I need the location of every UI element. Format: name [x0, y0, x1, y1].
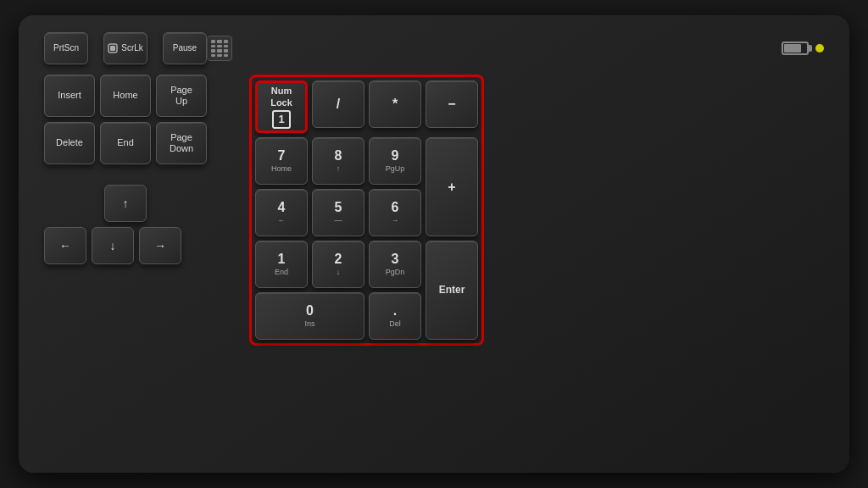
- numpad-main-grid: 7 Home 8 ↑ 9 PgUp +: [255, 137, 478, 340]
- pause-key[interactable]: Pause: [163, 32, 207, 64]
- numpad-divide-key[interactable]: /: [312, 80, 364, 128]
- numpad-4-key[interactable]: 4 ←: [255, 189, 308, 236]
- pageup-key[interactable]: PageUp: [156, 75, 207, 117]
- nav-row-1: Insert Home PageUp: [44, 75, 207, 117]
- prtscn-key[interactable]: PrtScn: [44, 32, 88, 64]
- arrow-right-key[interactable]: →: [139, 227, 181, 264]
- top-left-keys: PrtScn ScrLk Pause: [44, 32, 207, 64]
- keyboard: PrtScn ScrLk Pause: [19, 15, 849, 473]
- indicator-dot: [815, 44, 824, 53]
- arrow-section: ↑ ← ↓ →: [44, 180, 207, 264]
- numpad-3-key[interactable]: 3 PgDn: [369, 241, 421, 288]
- scrlk-icon: [108, 43, 118, 53]
- calc-icon[interactable]: [207, 36, 232, 61]
- calc-button-area: [207, 36, 232, 61]
- numpad-red-outline: NumLock 1 / * −: [249, 75, 484, 346]
- numpad-0-key[interactable]: 0 Ins: [255, 292, 364, 340]
- numpad-multiply-key[interactable]: *: [369, 80, 421, 128]
- numpad-7-key[interactable]: 7 Home: [255, 137, 308, 185]
- top-right-icons: [782, 42, 824, 55]
- scrlk-key[interactable]: ScrLk: [103, 32, 147, 64]
- arrow-up-key[interactable]: ↑: [104, 185, 147, 222]
- nav-row-2: Delete End PageDown: [44, 122, 207, 164]
- main-area: Insert Home PageUp Delete End: [44, 75, 824, 346]
- numpad-section: NumLock 1 / * −: [249, 75, 484, 346]
- numpad-6-key[interactable]: 6 →: [369, 189, 421, 236]
- nav-cluster: Insert Home PageUp Delete End: [44, 75, 207, 164]
- numpad-2-key[interactable]: 2 ↓: [312, 241, 364, 288]
- arrow-left-key[interactable]: ←: [44, 227, 86, 264]
- numpad-wrapper: NumLock 1 / * −: [255, 80, 478, 340]
- arrow-row-up: ↑: [44, 185, 207, 222]
- left-section: Insert Home PageUp Delete End: [44, 75, 207, 346]
- end-key[interactable]: End: [100, 122, 151, 164]
- numpad-5-key[interactable]: 5 —: [312, 189, 364, 236]
- numlock-icon: 1: [272, 110, 291, 129]
- svg-rect-1: [110, 46, 115, 51]
- numpad-8-key[interactable]: 8 ↑: [312, 137, 364, 185]
- numpad-9-key[interactable]: 9 PgUp: [369, 137, 421, 185]
- numpad-enter-key[interactable]: Enter: [426, 241, 478, 340]
- delete-key[interactable]: Delete: [44, 122, 95, 164]
- top-row: PrtScn ScrLk Pause: [44, 32, 824, 64]
- numpad-top-row: NumLock 1 / * −: [255, 80, 478, 133]
- numlock-key[interactable]: NumLock 1: [255, 80, 308, 133]
- pagedown-key[interactable]: PageDown: [156, 122, 207, 164]
- battery-fill: [784, 44, 801, 53]
- arrow-row-lr: ← ↓ →: [44, 227, 207, 264]
- insert-key[interactable]: Insert: [44, 75, 95, 117]
- home-key[interactable]: Home: [100, 75, 151, 117]
- battery-icon: [782, 42, 809, 55]
- numpad-dot-key[interactable]: . Del: [369, 292, 421, 340]
- numpad-1-key[interactable]: 1 End: [255, 241, 308, 288]
- numpad-minus-key[interactable]: −: [426, 80, 478, 128]
- arrow-down-key[interactable]: ↓: [92, 227, 134, 264]
- numpad-plus-key[interactable]: +: [426, 137, 478, 236]
